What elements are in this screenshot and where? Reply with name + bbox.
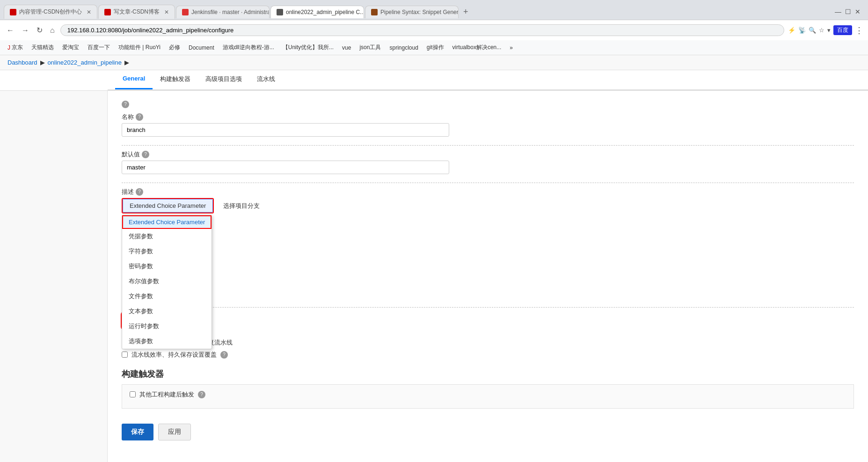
bookmark-unity[interactable]: 【Unity优化】我所...	[279, 42, 337, 53]
top-help-icon[interactable]: ?	[122, 101, 129, 108]
sep3	[122, 307, 854, 308]
description-help-icon[interactable]: ?	[136, 188, 143, 196]
bookmark-document-label: Document	[189, 44, 214, 51]
default-value-group: 默认值 ?	[122, 150, 854, 174]
save-button[interactable]: 保存	[122, 424, 153, 440]
trigger-checkbox-input[interactable]	[130, 391, 136, 397]
bookmark-virtualbox[interactable]: virtualbox解决cen...	[449, 42, 505, 53]
tab5-label: Pipeline Syntax: Snippet Generat...	[380, 9, 459, 15]
bookmark-game[interactable]: 游戏dll逆向教程-游...	[219, 42, 278, 53]
dropdown-item-credential[interactable]: 凭据参数	[122, 229, 212, 244]
bookmark-git[interactable]: git操作	[423, 42, 448, 53]
back-button[interactable]: ←	[5, 24, 16, 37]
bookmark-taobao-label: 爱淘宝	[62, 44, 79, 51]
bookmarks-bar: J 京东 天猫精选 爱淘宝 百度一下 功能组件 | RuoYi 必修 Docum…	[0, 40, 868, 55]
sidebar	[0, 91, 108, 462]
checkbox-pipeline-help[interactable]: ?	[220, 351, 228, 359]
tab3-label: Jenkinsfile · master · Administrato...	[191, 9, 270, 15]
dropdown-item-choice[interactable]: 选项参数	[122, 334, 212, 349]
tab-general[interactable]: General	[115, 70, 153, 89]
bookmark-ruoyi[interactable]: 功能组件 | RuoYi	[115, 42, 164, 53]
breadcrumb-pipeline[interactable]: online2022_admin_pipeline	[48, 59, 122, 66]
bookmark-bixiu-label: 必修	[169, 44, 180, 51]
tab4-favicon	[277, 9, 283, 15]
default-value-label-text: 默认值	[122, 150, 140, 159]
tab1-close[interactable]: ✕	[87, 9, 91, 15]
breadcrumb-sep2: ▶	[124, 59, 129, 66]
dropdown-trigger-wrapper: Extended Choice Parameter	[122, 198, 214, 213]
name-label-text: 名称	[122, 113, 134, 121]
dropdown-item-runtime[interactable]: 运行时参数	[122, 319, 212, 334]
bookmark-json-label: json工具	[359, 44, 381, 51]
tab-build-trigger[interactable]: 构建触发器	[153, 70, 198, 89]
bookmark-bixiu[interactable]: 必修	[165, 42, 184, 53]
bookmark-tianmao-label: 天猫精选	[31, 44, 54, 51]
bookmark-vue[interactable]: vue	[338, 43, 355, 52]
dropdown-container: Extended Choice Parameter Extended Choic…	[122, 198, 214, 213]
tab-advanced-options[interactable]: 高级项目选项	[198, 70, 249, 89]
forward-button[interactable]: →	[20, 24, 31, 37]
tab2-close[interactable]: ✕	[164, 9, 169, 15]
description-label: 描述 ?	[122, 188, 854, 196]
dropdown-item-password[interactable]: 密码参数	[122, 259, 212, 274]
default-value-help-icon[interactable]: ?	[142, 151, 149, 158]
tab-pipeline-syntax[interactable]: Pipeline Syntax: Snippet Generat... ✕	[365, 6, 459, 18]
more-icon[interactable]: ⋮	[855, 25, 863, 36]
add-param-container: 添加参数 ▾	[122, 312, 854, 329]
dropdown-item-file[interactable]: 文件参数	[122, 289, 212, 304]
tab-csdn-write[interactable]: 写文章-CSDN博客 ✕	[98, 5, 175, 19]
default-value-input[interactable]	[122, 161, 449, 174]
content-area: ? 名称 ? 默认值 ?	[108, 91, 868, 462]
name-help-icon[interactable]: ?	[136, 113, 143, 121]
reload-button[interactable]: ↻	[35, 24, 44, 37]
trigger-help-icon[interactable]: ?	[198, 391, 205, 398]
maximize-icon[interactable]: ☐	[845, 8, 851, 15]
new-tab-button[interactable]: +	[460, 7, 472, 17]
tab-pipeline[interactable]: 流水线	[249, 70, 283, 89]
star-icon[interactable]: ☆	[819, 27, 824, 34]
expand-icon[interactable]: ▾	[827, 27, 831, 34]
bookmark-taobao[interactable]: 爱淘宝	[58, 42, 83, 53]
address-input[interactable]	[60, 24, 784, 36]
dropdown-trigger[interactable]: Extended Choice Parameter	[123, 199, 213, 213]
section-title-build-trigger: 构建触发器	[122, 368, 854, 380]
name-field-group: 名称 ?	[122, 113, 854, 137]
tab5-favicon	[371, 9, 378, 15]
bookmark-more[interactable]: »	[506, 43, 517, 52]
dropdown-item-boolean[interactable]: 布尔值参数	[122, 274, 212, 289]
breadcrumb-dashboard[interactable]: Dashboard	[7, 59, 37, 66]
description-value: 选择项目分支	[223, 202, 260, 209]
trigger-checkbox-group: 其他工程构建后触发 ?	[130, 390, 846, 399]
close-icon[interactable]: ✕	[855, 8, 861, 15]
trigger-section: 其他工程构建后触发 ?	[122, 384, 854, 409]
config-tabs-bar: General 构建触发器 高级项目选项 流水线	[0, 70, 868, 91]
sep1	[122, 145, 854, 146]
bookmark-document[interactable]: Document	[185, 43, 218, 52]
bookmark-virtualbox-label: virtualbox解决cen...	[452, 44, 502, 51]
default-value-label: 默认值 ?	[122, 150, 854, 159]
dropdown-item-text[interactable]: 文本参数	[122, 304, 212, 319]
tab-online2022[interactable]: online2022_admin_pipeline C... ✕	[270, 6, 364, 18]
dropdown-item-extended[interactable]: Extended Choice Parameter	[122, 215, 212, 229]
name-input[interactable]	[122, 123, 449, 137]
tab-jenkinsfile[interactable]: Jenkinsfile · master · Administrato... ✕	[176, 6, 270, 18]
tab1-favicon	[10, 9, 16, 15]
name-label: 名称 ?	[122, 113, 854, 121]
tab-csdn-content[interactable]: 内容管理-CSDN创作中心 ✕	[4, 5, 97, 19]
search-icon[interactable]: 🔍	[809, 27, 816, 34]
trigger-checkbox-label: 其他工程构建后触发	[139, 390, 194, 399]
apply-button[interactable]: 应用	[158, 424, 191, 440]
bookmark-json[interactable]: json工具	[356, 42, 385, 53]
bookmark-jd[interactable]: J 京东	[4, 42, 27, 53]
tab2-favicon	[104, 9, 111, 15]
home-button[interactable]: ⌂	[48, 24, 57, 37]
dropdown-area: Extended Choice Parameter Extended Choic…	[122, 198, 854, 213]
minimize-icon[interactable]: —	[835, 8, 841, 15]
config-tabs: General 构建触发器 高级项目选项 流水线	[108, 70, 868, 90]
bookmark-springcloud[interactable]: springcloud	[386, 43, 422, 52]
bookmark-baidu[interactable]: 百度一下	[84, 42, 114, 53]
bookmark-ruoyi-label: 功能组件 | RuoYi	[118, 44, 160, 51]
dropdown-item-string[interactable]: 字符参数	[122, 244, 212, 259]
checkbox-pipeline-input[interactable]	[122, 352, 128, 358]
bookmark-tianmao[interactable]: 天猫精选	[28, 42, 58, 53]
